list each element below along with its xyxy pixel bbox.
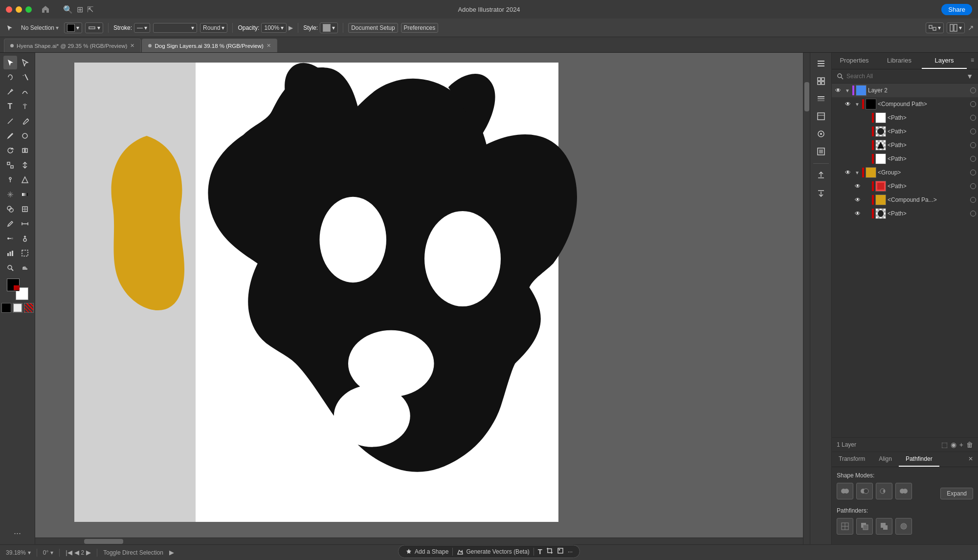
zoom-dropdown-icon[interactable]: ▾ <box>28 549 31 556</box>
more-bottom-icon[interactable]: ··· <box>568 548 573 555</box>
layer-row-layer2[interactable]: 👁 ▼ Layer 2 <box>832 84 978 97</box>
panel-close-icon[interactable]: ✕ <box>963 452 978 467</box>
pen-tool[interactable] <box>3 85 17 99</box>
scrollbar-thumb-vertical[interactable] <box>804 82 809 111</box>
layer-target-circle[interactable] <box>970 115 976 121</box>
properties-icon[interactable] <box>813 56 829 71</box>
type-tool-bottom-icon[interactable]: T <box>538 547 542 556</box>
import-icon[interactable] <box>813 185 829 201</box>
scrollbar-thumb-horizontal[interactable] <box>84 539 123 544</box>
visibility-eye-icon[interactable]: 👁 <box>834 87 843 94</box>
visibility-eye-icon[interactable]: 👁 <box>844 101 852 108</box>
tab-properties[interactable]: Properties <box>832 53 877 69</box>
opacity-arrow[interactable]: ▶ <box>289 24 293 31</box>
layer-row-group[interactable]: 👁 ▼ <Group> <box>832 166 978 179</box>
style-value[interactable]: ▾ <box>320 22 338 33</box>
search-icon[interactable]: 🔍 <box>63 5 73 14</box>
generate-vectors-button[interactable]: Generate Vectors (Beta) <box>457 548 529 555</box>
crop-icon-bottom[interactable] <box>546 547 553 556</box>
frame-icon-bottom[interactable] <box>557 547 564 556</box>
layer-target-circle[interactable] <box>970 87 976 93</box>
fill-swatch[interactable]: ▾ <box>64 22 82 33</box>
crop-button[interactable] <box>895 518 912 535</box>
make-clipping-mask-icon[interactable]: ⬚ <box>941 441 948 449</box>
color-swatches[interactable] <box>7 279 28 300</box>
pencil-tool[interactable] <box>3 129 17 143</box>
layer-target-circle[interactable] <box>970 156 976 162</box>
shape-builder-tool[interactable] <box>3 202 17 216</box>
scale-tool[interactable] <box>3 158 17 172</box>
tab-libraries[interactable]: Libraries <box>877 53 922 69</box>
home-button[interactable] <box>39 2 52 16</box>
document-setup-button[interactable]: Document Setup <box>348 23 398 33</box>
page-prev-icon[interactable]: ◀ <box>74 549 79 556</box>
tab-pathfinder[interactable]: Pathfinder <box>899 452 939 467</box>
tab-transform[interactable]: Transform <box>832 452 872 467</box>
measure-tool[interactable] <box>18 217 32 231</box>
layer-row-path1[interactable]: 👁 <Path> <box>832 111 978 125</box>
layer-row-path-group2[interactable]: 👁 <Path> <box>832 207 978 220</box>
type-tool[interactable]: T <box>3 100 17 113</box>
search-input[interactable] <box>846 73 963 80</box>
touch-type-tool[interactable]: T̈ <box>18 100 32 113</box>
view-options[interactable]: ▾ <box>947 22 965 33</box>
layer-target-circle[interactable] <box>970 142 976 148</box>
intersect-button[interactable] <box>876 483 892 499</box>
round-dropdown[interactable]: Round ▾ <box>200 23 227 33</box>
layer-row-path-group1[interactable]: 👁 <Path> <box>832 179 978 193</box>
blob-brush-tool[interactable] <box>18 129 32 143</box>
page-next-icon[interactable]: ▶ <box>86 549 91 556</box>
collapse-icon[interactable]: ▼ <box>854 170 861 175</box>
play-icon[interactable]: ▶ <box>169 549 174 556</box>
layer-target-circle[interactable] <box>970 129 976 134</box>
canvas-scrollbar-vertical[interactable] <box>803 53 810 544</box>
stroke-icon[interactable]: ▾ <box>85 22 103 33</box>
eyedropper-tool[interactable] <box>3 217 17 231</box>
collapse-icon[interactable]: ▼ <box>854 102 861 107</box>
mesh-tool[interactable] <box>3 188 17 201</box>
libraries-icon[interactable] <box>813 73 829 89</box>
create-new-layer-icon[interactable]: + <box>959 441 963 449</box>
layer-target-circle[interactable] <box>970 101 976 107</box>
width-tool[interactable] <box>18 158 32 172</box>
locate-object-icon[interactable]: ◉ <box>951 441 956 449</box>
share-button[interactable]: Share <box>941 4 972 15</box>
visibility-eye-icon[interactable]: 👁 <box>844 169 852 176</box>
selection-tool[interactable] <box>3 56 17 69</box>
select-icon[interactable] <box>813 144 829 159</box>
reflect-tool[interactable] <box>18 144 32 157</box>
filter-icon[interactable]: ▼ <box>966 72 973 80</box>
close-button[interactable] <box>6 6 12 13</box>
magic-wand-tool[interactable] <box>18 70 32 84</box>
minimize-button[interactable] <box>16 6 22 13</box>
grid-icon[interactable]: ⊞ <box>77 5 83 14</box>
layer-row-path3[interactable]: 👁 <Path> <box>832 138 978 152</box>
stroke-width-input[interactable]: ▾ <box>153 23 197 33</box>
stroke-swatch[interactable] <box>13 303 22 313</box>
visibility-eye-icon[interactable]: 👁 <box>853 183 862 190</box>
lasso-tool[interactable] <box>3 70 17 84</box>
artboard-right[interactable] <box>196 63 558 522</box>
fill-none-icon[interactable] <box>1 303 11 313</box>
tab-hyena[interactable]: Hyena Shape.ai* @ 29.35 % (RGB/Preview) … <box>4 39 141 52</box>
divide-button[interactable] <box>837 518 853 535</box>
page-number[interactable]: 2 <box>81 549 85 556</box>
tab-close-icon[interactable]: ✕ <box>130 43 134 49</box>
layer-target-circle[interactable] <box>970 197 976 203</box>
column-graph-tool[interactable] <box>3 246 17 260</box>
expand-icon[interactable]: ⇱ <box>87 5 93 14</box>
canvas-area[interactable] <box>35 53 810 544</box>
maximize-button[interactable] <box>25 6 32 13</box>
none-swatch[interactable] <box>24 303 34 313</box>
visibility-eye-icon[interactable]: 👁 <box>853 210 862 217</box>
live-paint-tool[interactable] <box>18 202 32 216</box>
paintbrush-tool[interactable] <box>18 114 32 128</box>
perspective-grid-tool[interactable] <box>18 173 32 187</box>
symbol-sprayer-tool[interactable] <box>18 232 32 245</box>
rotation-dropdown-icon[interactable]: ▾ <box>50 549 53 556</box>
hand-tool[interactable] <box>18 261 32 275</box>
selection-tool-icon[interactable] <box>4 23 16 32</box>
delete-layer-icon[interactable]: 🗑 <box>966 441 973 449</box>
tab-layers[interactable]: Layers <box>922 53 967 69</box>
radial-icon[interactable] <box>813 126 829 142</box>
